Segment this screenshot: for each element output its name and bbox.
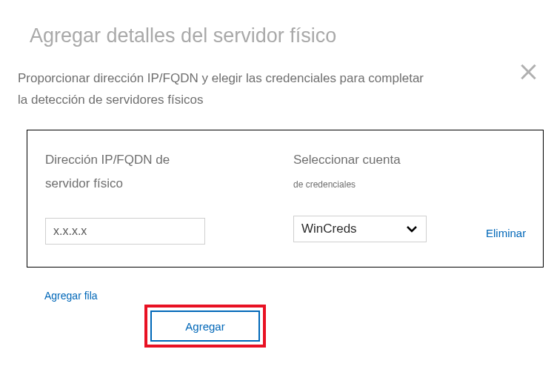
ip-fqdn-label: Dirección IP/FQDN de servidor físico	[45, 148, 256, 196]
add-button-highlight: Agregar	[144, 305, 266, 348]
close-icon[interactable]	[517, 61, 539, 83]
description-line2: la detección de servidores físicos	[18, 93, 203, 107]
credentials-label: Seleccionar cuenta de credenciales	[293, 148, 449, 193]
credentials-select[interactable]: WinCreds	[293, 216, 427, 242]
add-button[interactable]: Agregar	[150, 310, 260, 342]
dialog-title: Agregar detalles del servidor físico	[0, 0, 554, 47]
eliminate-link[interactable]: Eliminar	[486, 227, 526, 239]
form-panel: Dirección IP/FQDN de servidor físico Sel…	[27, 130, 544, 268]
description-line1: Proporcionar dirección IP/FQDN y elegir …	[18, 71, 424, 85]
dialog-description: Proporcionar dirección IP/FQDN y elegir …	[0, 47, 554, 111]
add-row-link[interactable]: Agregar fila	[44, 290, 98, 302]
ip-fqdn-input[interactable]	[45, 218, 205, 245]
